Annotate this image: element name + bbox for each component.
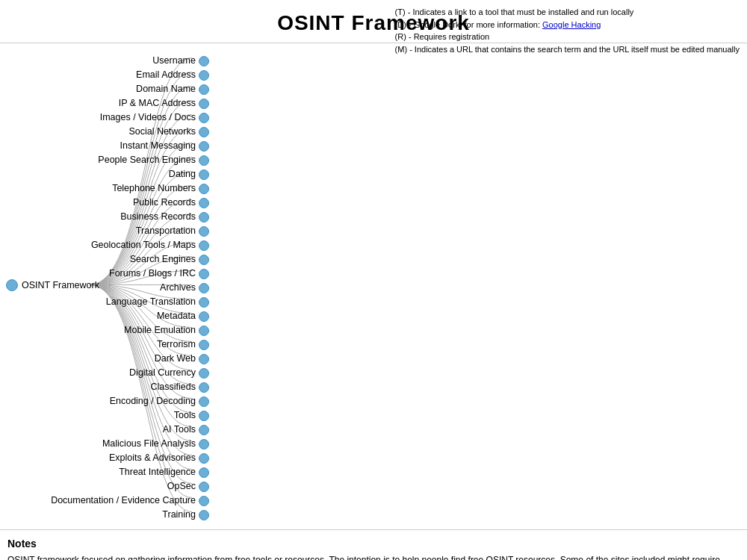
- node-dot-dark-web[interactable]: [199, 354, 209, 364]
- node-row-public-records[interactable]: Public Records: [0, 196, 209, 210]
- node-row-domain-name[interactable]: Domain Name: [0, 82, 209, 96]
- node-label-domain-name[interactable]: Domain Name: [136, 82, 196, 96]
- node-label-dark-web[interactable]: Dark Web: [155, 352, 196, 366]
- google-hacking-link[interactable]: Google Hacking: [542, 20, 601, 29]
- node-dot-opsec[interactable]: [199, 482, 209, 492]
- node-row-documentation-evidence-capture[interactable]: Documentation / Evidence Capture: [0, 494, 209, 508]
- node-dot-telephone-numbers[interactable]: [199, 184, 209, 194]
- node-label-ip-mac-address[interactable]: IP & MAC Address: [119, 96, 196, 111]
- node-dot-public-records[interactable]: [199, 198, 209, 208]
- node-dot-business-records[interactable]: [199, 212, 209, 223]
- node-row-transportation[interactable]: Transportation: [0, 224, 209, 238]
- node-label-ai-tools[interactable]: AI Tools: [163, 423, 196, 437]
- node-label-documentation-evidence-capture[interactable]: Documentation / Evidence Capture: [51, 494, 196, 508]
- node-row-tools[interactable]: Tools: [0, 408, 209, 423]
- node-row-malicious-file-analysis[interactable]: Malicious File Analysis: [0, 437, 209, 451]
- node-row-ai-tools[interactable]: AI Tools: [0, 423, 209, 437]
- node-dot-encoding-decoding[interactable]: [199, 396, 209, 407]
- node-label-archives[interactable]: Archives: [160, 281, 196, 295]
- node-row-digital-currency[interactable]: Digital Currency: [0, 366, 209, 380]
- node-label-encoding-decoding[interactable]: Encoding / Decoding: [110, 394, 196, 408]
- node-dot-classifieds[interactable]: [199, 382, 209, 393]
- node-dot-dating[interactable]: [199, 169, 209, 180]
- node-dot-tools[interactable]: [199, 411, 209, 421]
- node-row-search-engines[interactable]: Search Engines: [0, 252, 209, 267]
- node-row-exploits-advisories[interactable]: Exploits & Advisories: [0, 451, 209, 465]
- node-label-search-engines[interactable]: Search Engines: [130, 252, 196, 267]
- node-label-tools[interactable]: Tools: [174, 408, 196, 423]
- node-dot-username[interactable]: [199, 56, 209, 66]
- node-row-opsec[interactable]: OpSec: [0, 479, 209, 494]
- node-label-terrorism[interactable]: Terrorism: [157, 337, 196, 352]
- node-row-metadata[interactable]: Metadata: [0, 309, 209, 323]
- node-dot-ai-tools[interactable]: [199, 425, 209, 435]
- node-row-people-search-engines[interactable]: People Search Engines: [0, 153, 209, 167]
- node-row-username[interactable]: Username: [0, 54, 209, 68]
- node-dot-threat-intelligence[interactable]: [199, 467, 209, 478]
- node-row-business-records[interactable]: Business Records: [0, 210, 209, 224]
- node-label-digital-currency[interactable]: Digital Currency: [129, 366, 196, 380]
- node-row-social-networks[interactable]: Social Networks: [0, 125, 209, 139]
- node-label-username[interactable]: Username: [152, 54, 196, 68]
- node-row-instant-messaging[interactable]: Instant Messaging: [0, 139, 209, 153]
- node-dot-training[interactable]: [199, 510, 209, 520]
- node-label-dating[interactable]: Dating: [169, 167, 196, 181]
- node-dot-ip-mac-address[interactable]: [199, 99, 209, 109]
- node-row-language-translation[interactable]: Language Translation: [0, 295, 209, 309]
- node-label-public-records[interactable]: Public Records: [133, 196, 196, 210]
- node-dot-social-networks[interactable]: [199, 127, 209, 137]
- node-dot-mobile-emulation[interactable]: [199, 326, 209, 336]
- node-dot-terrorism[interactable]: [199, 340, 209, 350]
- node-dot-domain-name[interactable]: [199, 84, 209, 95]
- node-row-ip-mac-address[interactable]: IP & MAC Address: [0, 96, 209, 111]
- node-label-forums-blogs-irc[interactable]: Forums / Blogs / IRC: [109, 267, 196, 281]
- node-dot-people-search-engines[interactable]: [199, 155, 209, 166]
- node-label-metadata[interactable]: Metadata: [157, 309, 196, 323]
- node-label-social-networks[interactable]: Social Networks: [128, 125, 196, 139]
- node-label-geolocation-tools-maps[interactable]: Geolocation Tools / Maps: [91, 238, 196, 252]
- node-row-telephone-numbers[interactable]: Telephone Numbers: [0, 181, 209, 196]
- node-dot-images-videos-docs[interactable]: [199, 113, 209, 123]
- node-label-images-videos-docs[interactable]: Images / Videos / Docs: [100, 111, 196, 125]
- node-label-business-records[interactable]: Business Records: [120, 210, 196, 224]
- node-label-language-translation[interactable]: Language Translation: [106, 295, 196, 309]
- node-dot-archives[interactable]: [199, 283, 209, 293]
- node-label-transportation[interactable]: Transportation: [136, 224, 196, 238]
- node-label-people-search-engines[interactable]: People Search Engines: [98, 153, 196, 167]
- node-dot-metadata[interactable]: [199, 311, 209, 322]
- node-dot-documentation-evidence-capture[interactable]: [199, 496, 209, 506]
- node-label-mobile-emulation[interactable]: Mobile Emulation: [124, 323, 196, 337]
- node-row-forums-blogs-irc[interactable]: Forums / Blogs / IRC: [0, 267, 209, 281]
- node-label-malicious-file-analysis[interactable]: Malicious File Analysis: [102, 437, 196, 451]
- node-row-images-videos-docs[interactable]: Images / Videos / Docs: [0, 111, 209, 125]
- node-label-classifieds[interactable]: Classifieds: [151, 380, 196, 394]
- node-dot-exploits-advisories[interactable]: [199, 453, 209, 464]
- node-dot-email-address[interactable]: [199, 70, 209, 81]
- node-label-opsec[interactable]: OpSec: [167, 479, 196, 494]
- node-label-exploits-advisories[interactable]: Exploits & Advisories: [109, 451, 196, 465]
- node-label-instant-messaging[interactable]: Instant Messaging: [120, 139, 196, 153]
- node-dot-geolocation-tools-maps[interactable]: [199, 240, 209, 251]
- node-dot-instant-messaging[interactable]: [199, 141, 209, 152]
- node-row-threat-intelligence[interactable]: Threat Intelligence: [0, 465, 209, 479]
- node-dot-transportation[interactable]: [199, 226, 209, 237]
- node-row-classifieds[interactable]: Classifieds: [0, 380, 209, 394]
- node-row-geolocation-tools-maps[interactable]: Geolocation Tools / Maps: [0, 238, 209, 252]
- node-label-threat-intelligence[interactable]: Threat Intelligence: [119, 465, 196, 479]
- node-dot-search-engines[interactable]: [199, 255, 209, 265]
- node-dot-digital-currency[interactable]: [199, 368, 209, 379]
- node-dot-forums-blogs-irc[interactable]: [199, 269, 209, 279]
- node-label-training[interactable]: Training: [162, 508, 196, 522]
- node-row-archives[interactable]: Archives: [0, 281, 209, 295]
- node-row-terrorism[interactable]: Terrorism: [0, 337, 209, 352]
- node-row-mobile-emulation[interactable]: Mobile Emulation: [0, 323, 209, 337]
- node-row-training[interactable]: Training: [0, 508, 209, 522]
- node-row-dating[interactable]: Dating: [0, 167, 209, 181]
- node-row-email-address[interactable]: Email Address: [0, 68, 209, 82]
- node-row-dark-web[interactable]: Dark Web: [0, 352, 209, 366]
- node-label-telephone-numbers[interactable]: Telephone Numbers: [112, 181, 196, 196]
- node-dot-language-translation[interactable]: [199, 297, 209, 308]
- node-label-email-address[interactable]: Email Address: [136, 68, 196, 82]
- node-row-encoding-decoding[interactable]: Encoding / Decoding: [0, 394, 209, 408]
- node-dot-malicious-file-analysis[interactable]: [199, 439, 209, 449]
